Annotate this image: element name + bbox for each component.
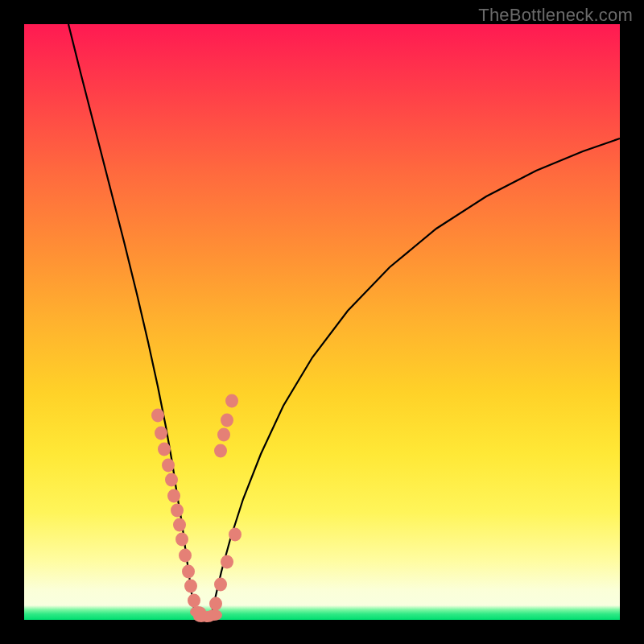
data-point [214,578,227,592]
data-point [165,473,178,487]
curve-layer [24,24,620,620]
right-curve [211,138,620,618]
data-point [182,565,195,579]
watermark-text: TheBottleneck.com [478,5,633,26]
plot-area [24,24,620,620]
data-point [217,428,230,442]
data-point [179,549,192,563]
data-point [221,555,233,569]
data-point [175,533,188,547]
data-point [155,427,167,440]
data-point [225,394,238,408]
data-point [184,580,197,593]
data-point [214,444,227,458]
data-point [221,414,233,427]
scatter-points [151,394,242,623]
data-point [209,597,222,611]
data-point [229,528,242,542]
data-point [206,609,222,621]
data-point [151,409,164,423]
data-point [167,489,180,503]
data-point [188,594,200,608]
data-point [162,459,175,473]
chart-frame: TheBottleneck.com [0,0,644,644]
data-point [171,504,184,518]
data-point [173,518,186,532]
data-point [158,443,171,456]
